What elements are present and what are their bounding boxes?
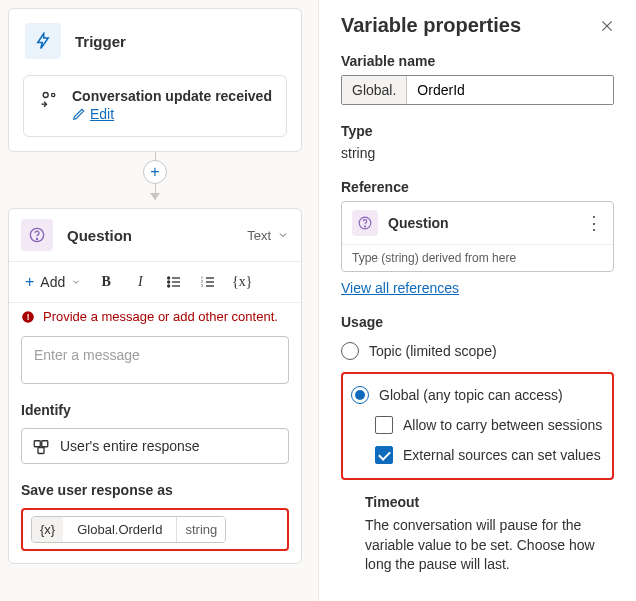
numbered-list-button[interactable]: 123 [193, 268, 223, 296]
arrowhead-icon [150, 193, 160, 200]
radio-checked-icon [351, 386, 369, 404]
svg-rect-20 [38, 448, 44, 454]
add-button[interactable]: + Add [19, 269, 87, 295]
connector: + [8, 152, 302, 200]
variable-name: Global.OrderId [69, 517, 170, 542]
conversation-update-icon [38, 88, 60, 110]
usage-global-highlight: Global (any topic can access) Allow to c… [341, 372, 614, 480]
bold-button[interactable]: B [91, 268, 121, 296]
variable-name-label: Variable name [341, 53, 614, 69]
trigger-icon [25, 23, 61, 59]
question-icon [352, 210, 378, 236]
svg-point-8 [168, 285, 170, 287]
trigger-header: Trigger [9, 9, 301, 69]
external-sources-checkbox[interactable]: External sources can set values [375, 440, 604, 470]
svg-point-4 [168, 277, 170, 279]
question-title: Question [67, 227, 233, 244]
trigger-node: Trigger Conversation update received Edi… [8, 8, 302, 152]
question-icon [21, 219, 53, 251]
trigger-title: Trigger [75, 33, 126, 50]
message-input[interactable]: Enter a message [21, 336, 289, 384]
edit-label: Edit [90, 106, 114, 122]
warning-row: ! Provide a message or add other content… [9, 303, 301, 330]
type-value: string [341, 145, 614, 161]
external-sources-label: External sources can set values [403, 447, 601, 463]
canvas: Trigger Conversation update received Edi… [0, 0, 310, 601]
radio-icon [341, 342, 359, 360]
add-node-button[interactable]: + [143, 160, 167, 184]
variable-properties-panel: Variable properties Variable name Global… [318, 0, 636, 601]
question-type-label: Text [247, 228, 271, 243]
variable-scope-prefix: Global. [342, 76, 407, 104]
trigger-event-title: Conversation update received [72, 88, 272, 104]
reference-subtext: Type (string) derived from here [342, 244, 613, 271]
reference-title: Question [388, 215, 575, 231]
chevron-down-icon [277, 229, 289, 241]
timeout-label: Timeout [365, 494, 614, 510]
variable-name-input[interactable] [407, 76, 613, 104]
checkbox-checked-icon [375, 446, 393, 464]
variable-name-field: Global. [341, 75, 614, 105]
chevron-down-icon [71, 277, 81, 287]
reference-card: Question ⋮ Type (string) derived from he… [341, 201, 614, 272]
warning-text: Provide a message or add other content. [43, 309, 278, 324]
svg-point-6 [168, 281, 170, 283]
reference-label: Reference [341, 179, 614, 195]
reference-more-button[interactable]: ⋮ [585, 212, 603, 234]
edit-link[interactable]: Edit [72, 106, 114, 122]
usage-global-label: Global (any topic can access) [379, 387, 563, 403]
close-icon [600, 19, 614, 33]
svg-text:3: 3 [201, 283, 204, 288]
usage-global-radio[interactable]: Global (any topic can access) [351, 380, 604, 410]
svg-point-24 [365, 226, 366, 227]
rich-text-toolbar: + Add B I 123 {x} [9, 262, 301, 303]
error-icon: ! [21, 310, 35, 324]
timeout-description: The conversation will pause for the vari… [365, 516, 614, 575]
variable-icon: {x} [32, 517, 63, 542]
usage-topic-label: Topic (limited scope) [369, 343, 497, 359]
variable-button[interactable]: {x} [227, 268, 257, 296]
save-response-label: Save user response as [9, 476, 301, 504]
question-type-dropdown[interactable]: Text [247, 228, 289, 243]
identify-icon [32, 437, 50, 455]
italic-button[interactable]: I [125, 268, 155, 296]
pencil-icon [72, 107, 86, 121]
variable-chip: {x} Global.OrderId string [31, 516, 226, 543]
variable-type: string [176, 517, 225, 542]
close-button[interactable] [600, 19, 614, 33]
usage-topic-radio[interactable]: Topic (limited scope) [341, 336, 614, 366]
identify-dropdown[interactable]: User's entire response [21, 428, 289, 464]
usage-label: Usage [341, 314, 614, 330]
add-label: Add [40, 274, 65, 290]
trigger-body-text: Conversation update received Edit [72, 88, 272, 124]
save-response-box[interactable]: {x} Global.OrderId string [21, 508, 289, 551]
svg-text:!: ! [27, 312, 30, 321]
svg-point-1 [52, 93, 55, 96]
svg-point-0 [43, 93, 48, 98]
bullet-list-button[interactable] [159, 268, 189, 296]
view-all-references-link[interactable]: View all references [341, 280, 459, 296]
question-node: Question Text + Add B I 123 {x} [8, 208, 302, 564]
question-header: Question Text [9, 209, 301, 262]
svg-point-3 [36, 238, 37, 239]
carry-sessions-checkbox[interactable]: Allow to carry between sessions [375, 410, 604, 440]
svg-rect-18 [34, 441, 40, 447]
checkbox-icon [375, 416, 393, 434]
carry-sessions-label: Allow to carry between sessions [403, 417, 602, 433]
trigger-body: Conversation update received Edit [23, 75, 287, 137]
identify-label: Identify [9, 396, 301, 424]
panel-title: Variable properties [341, 14, 521, 37]
svg-rect-19 [42, 441, 48, 447]
identify-value: User's entire response [60, 438, 200, 454]
type-label: Type [341, 123, 614, 139]
